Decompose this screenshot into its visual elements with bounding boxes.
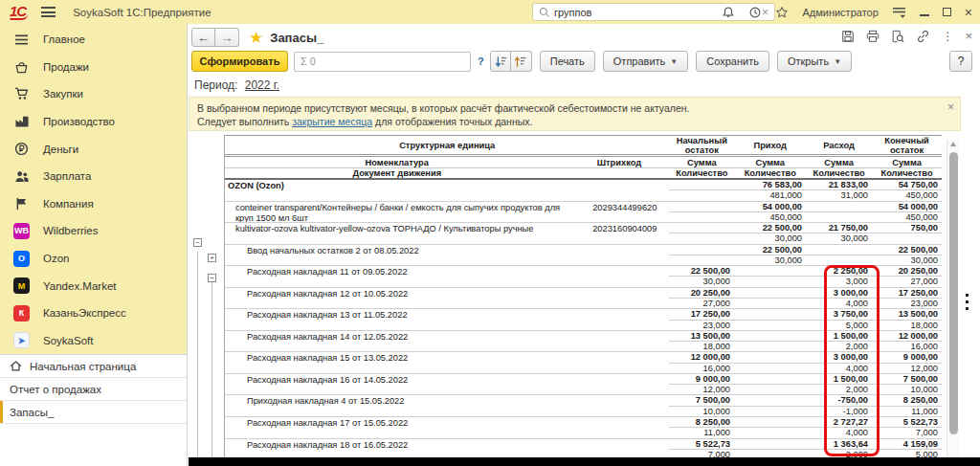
sidebar-item-казаньэкспресс[interactable]: ККазаньЭкспресс [0, 300, 187, 327]
preview-icon[interactable] [891, 30, 904, 43]
kazanexpress-logo: К [13, 305, 30, 322]
sidebar-item-главное[interactable]: Главное [0, 26, 187, 54]
sum-value [669, 180, 734, 189]
notifications-bell-icon[interactable] [722, 6, 735, 19]
current-user[interactable]: Администратор [802, 7, 878, 18]
sum-value: 750,00 [872, 223, 942, 233]
sum-value: 54 000,00 [872, 202, 942, 211]
sum-value: 3 750,00 [806, 309, 872, 319]
warning-close-icon[interactable]: × [947, 100, 954, 114]
report-toolbar: Сформировать Σ 0 ? Печать Отправить▼ Сох… [191, 50, 972, 73]
send-button[interactable]: Отправить▼ [603, 51, 688, 72]
qty-value: 450,000 [872, 190, 942, 201]
table-row[interactable]: Расходная накладная 14 от 12.05.202213 5… [225, 331, 942, 353]
table-row[interactable]: OZON (Ozon)76 583,0021 833,0054 750,0048… [225, 180, 942, 202]
sidebar-item-wildberries[interactable]: WBWildberries [0, 217, 187, 245]
period-link[interactable]: 2022 г. [245, 78, 279, 92]
close-report-icon[interactable]: × [965, 29, 972, 43]
generate-button[interactable]: Сформировать [191, 51, 288, 72]
help-button[interactable]: ? [949, 51, 972, 72]
sidebar-item-home[interactable]: Начальная страница [0, 354, 187, 378]
table-row[interactable]: Приходная накладная 4 от 15.05.20227 500… [225, 395, 942, 417]
splitter-handle-icon[interactable] [966, 294, 969, 310]
sidebar-item-закупки[interactable]: Закупки [0, 80, 187, 108]
sort-ascending-button[interactable] [511, 51, 532, 72]
row-barcode [568, 331, 669, 352]
qty-value: 2,000 [806, 385, 872, 395]
basket-icon [13, 58, 30, 75]
tab-zapasy[interactable]: Запасы_ [0, 401, 187, 424]
qty-value: 12,000 [669, 385, 734, 395]
sidebar-item-yandex-market[interactable]: MYandex.Market [0, 272, 187, 300]
chevron-down-icon: ▼ [670, 57, 678, 66]
sum-value: 22 500,00 [872, 245, 942, 255]
col-nomenclature: Номенклатура [225, 157, 569, 167]
qty-value: 12,000 [872, 364, 942, 374]
table-row[interactable]: conteiner transparent/Контейнеры / банки… [225, 202, 942, 224]
sum-help-icon[interactable]: ? [478, 55, 484, 67]
close-window-button[interactable]: × [965, 8, 972, 17]
sum-field[interactable]: Σ 0 [294, 52, 471, 72]
minimize-button[interactable] [920, 9, 929, 16]
sort-descending-button[interactable] [490, 51, 511, 72]
qty-value: 23,000 [872, 299, 942, 309]
col-closing-balance: Конечный остаток [872, 136, 942, 154]
table-row[interactable]: Расходная накладная 15 от 13.05.202212 0… [225, 352, 942, 374]
history-icon[interactable] [748, 6, 762, 19]
table-row[interactable]: Расходная накладная 17 от 15.05.20228 25… [225, 417, 942, 439]
print-button[interactable]: Печать [540, 51, 595, 72]
sum-value [734, 352, 806, 362]
table-row[interactable]: Расходная накладная 16 от 14.05.20229 00… [225, 374, 942, 396]
table-row[interactable]: Расходная накладная 12 от 10.05.202220 2… [225, 288, 942, 310]
get-link-icon[interactable] [916, 30, 930, 43]
sum-value: 3 000,00 [806, 288, 872, 298]
scrollbar-thumb[interactable] [949, 152, 958, 434]
tree-guide-line [212, 282, 212, 457]
sum-value [734, 395, 806, 405]
maximize-button[interactable] [943, 8, 951, 16]
expand-collapse-box[interactable]: − [193, 238, 202, 247]
close-month-link[interactable]: закрытие месяца [292, 116, 372, 127]
sidebar-item-ozon[interactable]: OOzon [0, 245, 187, 273]
service-menu-icon[interactable] [892, 6, 906, 18]
sidebar-item-производство[interactable]: Производство [0, 108, 187, 136]
expand-collapse-box[interactable]: − [208, 274, 216, 282]
sidebar-item-label: Ozon [43, 253, 70, 264]
open-button[interactable]: Открыть▼ [777, 51, 852, 72]
row-name: Расходная накладная 14 от 12.05.2022 [225, 331, 568, 352]
table-row[interactable]: kultivator-ozova kultivator-yellow-ozova… [225, 223, 942, 245]
expand-collapse-box[interactable]: + [208, 254, 216, 262]
back-button[interactable]: ← [191, 28, 215, 47]
col-barcode: Штрихкод [569, 157, 670, 167]
table-row[interactable]: Расходная накладная 13 от 11.05.202217 2… [225, 309, 942, 331]
favorites-star-icon[interactable] [775, 6, 789, 19]
qty-value: 30,000 [872, 255, 942, 266]
sidebar-item-продажи[interactable]: Продажи [0, 54, 187, 81]
save-icon[interactable] [841, 30, 855, 43]
main-menu-icon[interactable] [41, 7, 56, 17]
more-actions-icon[interactable]: ⋮ [942, 30, 953, 43]
sum-value: 4 159,09 [872, 439, 942, 449]
sidebar-item-label: Yandex.Market [43, 280, 117, 292]
row-name: Расходная накладная 12 от 10.05.2022 [225, 288, 568, 309]
save-button[interactable]: Сохранить [696, 51, 769, 72]
report-window: ← → ★ Запасы_ ⋮ × Сформировать Σ 0 ? [189, 24, 980, 466]
forward-button[interactable]: → [215, 28, 239, 47]
vertical-scrollbar[interactable] [947, 140, 959, 466]
table-row[interactable]: Ввод начальных остатков 2 от 08.05.20222… [225, 245, 942, 267]
factory-icon [13, 114, 30, 130]
sum-value [734, 374, 806, 384]
col-income: Приход [734, 136, 806, 154]
print-icon[interactable] [866, 30, 880, 43]
scroll-up-arrow-icon[interactable] [950, 142, 956, 146]
tab-sales-report[interactable]: Отчет о продажах [0, 378, 187, 401]
sidebar-item-деньги[interactable]: Деньги [0, 135, 187, 163]
table-row[interactable]: Расходная накладная 11 от 09.05.202222 5… [225, 266, 942, 288]
row-name: Расходная накладная 17 от 15.05.2022 [225, 417, 568, 438]
sidebar-item-зарплата[interactable]: Зарплата [0, 163, 187, 190]
soykasoft-logo: ➤ [13, 332, 30, 348]
favorite-star-icon[interactable]: ★ [249, 28, 263, 48]
sidebar-item-компания[interactable]: Компания [0, 190, 187, 218]
sidebar-item-soykasoft[interactable]: ➤SoykaSoft [0, 327, 187, 355]
wildberries-logo: WB [13, 223, 30, 239]
